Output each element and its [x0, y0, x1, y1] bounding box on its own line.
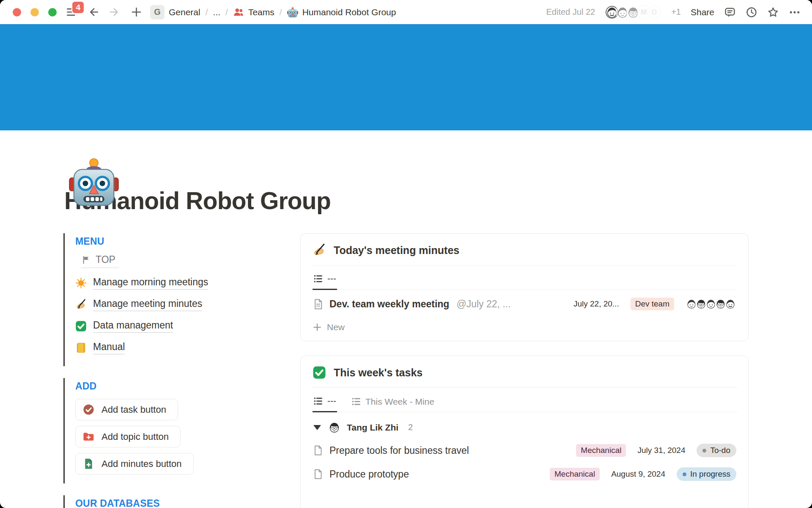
close-button[interactable]	[13, 8, 21, 17]
avatar: D	[647, 5, 661, 19]
category-tag: Mechanical	[576, 444, 626, 457]
card-title: This week's tasks	[334, 367, 422, 379]
check-box-icon	[75, 320, 87, 332]
folder-plus-icon	[82, 431, 95, 443]
check-box-icon	[313, 366, 326, 379]
flag-icon	[82, 255, 91, 265]
page-body: Humanoid Robot Group MENU TOP Manage mor…	[0, 187, 812, 508]
updates-button[interactable]	[746, 6, 757, 18]
meeting-date: July 22, 20...	[573, 299, 619, 309]
new-page-button[interactable]	[130, 6, 142, 18]
meeting-minutes-card: Today's meeting minutes --- Dev. team we…	[300, 233, 749, 341]
notification-badge: 4	[71, 1, 85, 14]
favorite-button[interactable]	[767, 6, 779, 18]
minimize-button[interactable]	[30, 8, 39, 17]
card-title: Today's meeting minutes	[334, 244, 459, 257]
topbar-actions: Edited Jul 22 M D +1 Share	[546, 5, 801, 19]
breadcrumb-separator: /	[279, 7, 283, 17]
comments-button[interactable]	[724, 6, 736, 18]
plus-icon	[313, 323, 322, 332]
page-cover[interactable]	[0, 24, 812, 130]
status-dot	[683, 472, 686, 476]
menu-item-meeting-minutes[interactable]: Manage meeting minutes	[75, 298, 283, 311]
collapse-triangle-icon[interactable]	[313, 425, 321, 430]
ledger-icon	[75, 342, 87, 353]
list-view-icon	[313, 274, 323, 284]
breadcrumb-teams[interactable]: Teams	[248, 7, 274, 17]
right-column: Today's meeting minutes --- Dev. team we…	[300, 233, 749, 508]
task-row[interactable]: Produce prototype Mechanical August 9, 2…	[312, 462, 737, 486]
top-link[interactable]: TOP	[81, 254, 119, 268]
file-plus-icon	[82, 458, 95, 470]
list-view-icon	[351, 397, 361, 406]
forward-button[interactable]	[109, 6, 121, 18]
writing-hand-icon	[75, 299, 87, 310]
databases-heading: OUR DATABASES	[75, 498, 283, 508]
add-task-button[interactable]: Add task button	[75, 399, 178, 420]
avatar	[328, 421, 340, 433]
clock-icon	[746, 6, 757, 18]
page-robot-icon[interactable]	[69, 158, 119, 208]
status-badge: In progress	[677, 467, 736, 481]
workspace-icon[interactable]: G	[150, 5, 165, 19]
due-date: August 9, 2024	[611, 469, 665, 479]
add-heading: ADD	[75, 381, 283, 392]
status-badge: To-do	[697, 444, 736, 457]
attendee-avatars	[686, 298, 736, 310]
add-topic-button[interactable]: Add topic button	[75, 426, 181, 447]
more-options-button[interactable]	[789, 6, 801, 18]
page-icon	[313, 445, 324, 456]
nav-controls: 4	[66, 6, 142, 18]
new-row-button[interactable]: New	[312, 317, 737, 341]
back-button[interactable]	[87, 6, 99, 18]
card-header: Today's meeting minutes	[312, 234, 737, 265]
plus-icon	[131, 6, 142, 18]
meeting-row[interactable]: Dev. team weekly meeting @July 22, ... J…	[312, 290, 737, 317]
robot-icon	[287, 7, 298, 18]
view-tabs: ---	[312, 265, 737, 290]
collaborator-avatars[interactable]: M D	[605, 5, 661, 19]
edited-timestamp[interactable]: Edited Jul 22	[546, 7, 595, 17]
view-tab-default[interactable]: ---	[313, 396, 337, 412]
task-row[interactable]: Prepare tools for business travel Mechan…	[312, 439, 737, 462]
add-minutes-button[interactable]: Add minutes button	[75, 453, 194, 475]
menu-item-manual[interactable]: Manual	[75, 341, 283, 354]
breadcrumb-general[interactable]: General	[169, 7, 200, 17]
menu-section: MENU TOP Manage morning meetings Manage …	[63, 233, 283, 366]
comment-icon	[724, 6, 736, 18]
ellipsis-icon	[789, 6, 801, 18]
group-header[interactable]: Tang Lik Zhi 2	[312, 412, 737, 439]
view-tab-this-week-mine[interactable]: This Week - Mine	[351, 396, 435, 412]
teams-icon	[233, 7, 244, 18]
sun-icon	[75, 277, 87, 289]
menu-item-morning-meetings[interactable]: Manage morning meetings	[75, 276, 283, 290]
date-mention: @July 22, ...	[456, 298, 510, 310]
view-tabs: --- This Week - Mine	[312, 388, 737, 412]
menu-heading: MENU	[75, 236, 283, 247]
page-title[interactable]: Humanoid Robot Group	[64, 187, 749, 215]
breadcrumb-page[interactable]: Humanoid Robot Group	[302, 7, 396, 17]
status-dot	[702, 449, 706, 453]
page-icon	[313, 469, 324, 480]
left-column: MENU TOP Manage morning meetings Manage …	[63, 233, 283, 508]
task-check-icon	[82, 403, 95, 416]
breadcrumb-separator: /	[225, 7, 229, 17]
view-tab[interactable]: ---	[313, 273, 337, 290]
fullscreen-button[interactable]	[48, 8, 57, 17]
top-bar: 4 G General / ... / Teams / Humanoid Rob…	[0, 0, 812, 24]
share-button[interactable]: Share	[691, 7, 714, 17]
more-collaborators[interactable]: +1	[671, 7, 681, 17]
breadcrumb-collapsed[interactable]: ...	[213, 7, 221, 17]
list-view-icon	[313, 396, 323, 406]
forward-arrow-icon	[109, 6, 121, 18]
star-icon	[767, 6, 779, 18]
category-tag: Mechanical	[550, 468, 600, 480]
sidebar-toggle-button[interactable]: 4	[66, 6, 77, 18]
document-icon	[313, 298, 324, 310]
weekly-tasks-card: This week's tasks --- This Week - Mine	[300, 356, 749, 508]
breadcrumb-separator: /	[205, 7, 209, 17]
notion-window: 4 G General / ... / Teams / Humanoid Rob…	[0, 0, 812, 508]
menu-item-data-management[interactable]: Data management	[75, 320, 283, 333]
group-count: 2	[408, 422, 413, 432]
group-name: Tang Lik Zhi	[347, 422, 398, 433]
